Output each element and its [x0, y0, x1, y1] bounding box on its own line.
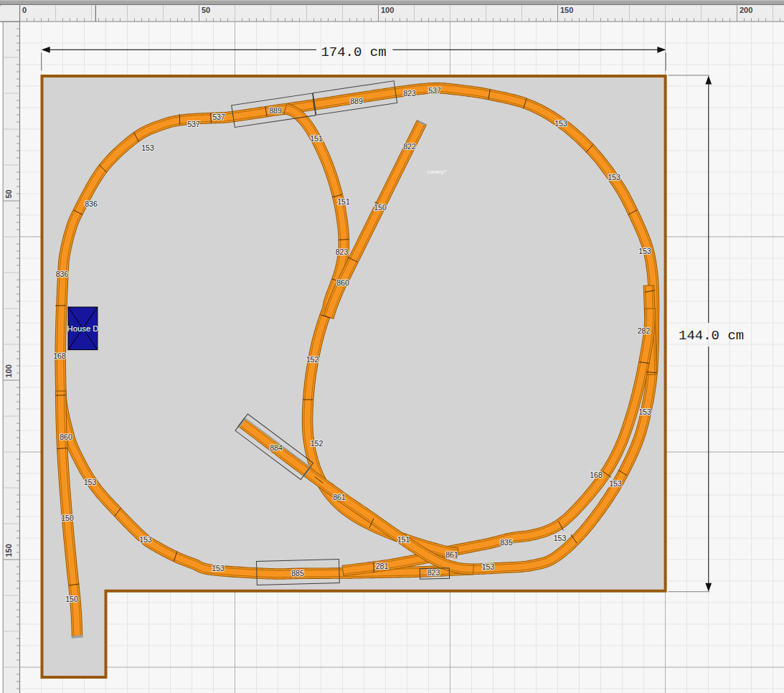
- svg-text:153: 153: [554, 534, 567, 542]
- svg-text:150: 150: [560, 6, 573, 14]
- svg-text:200: 200: [740, 6, 752, 14]
- svg-text:822: 822: [403, 142, 416, 151]
- svg-text:150: 150: [374, 203, 387, 212]
- svg-text:153: 153: [139, 535, 152, 544]
- svg-text:151: 151: [337, 197, 350, 206]
- svg-text:153: 153: [608, 173, 620, 182]
- svg-text:150: 150: [4, 544, 13, 557]
- svg-text:835: 835: [500, 538, 513, 547]
- svg-text:50: 50: [4, 189, 13, 198]
- svg-text:537: 537: [212, 113, 225, 121]
- svg-text:836: 836: [56, 270, 69, 278]
- svg-text:537: 537: [428, 86, 441, 95]
- svg-text:860: 860: [60, 433, 72, 441]
- svg-text:889: 889: [350, 97, 363, 105]
- svg-text:153: 153: [609, 479, 622, 488]
- svg-text:282: 282: [638, 326, 651, 335]
- svg-text:153: 153: [141, 143, 154, 152]
- svg-text:153: 153: [554, 119, 567, 128]
- svg-text:174.0 cm: 174.0 cm: [321, 44, 386, 60]
- svg-text:152: 152: [306, 355, 319, 364]
- svg-text:caneryT: caneryT: [428, 169, 448, 175]
- svg-text:823: 823: [336, 248, 349, 256]
- svg-text:861: 861: [445, 550, 458, 559]
- svg-text:151: 151: [397, 535, 410, 544]
- svg-text:885: 885: [291, 569, 304, 578]
- svg-text:50: 50: [202, 6, 210, 14]
- svg-text:100: 100: [4, 364, 13, 377]
- svg-text:153: 153: [212, 564, 225, 572]
- svg-text:153: 153: [638, 247, 651, 255]
- svg-text:144.0 cm: 144.0 cm: [679, 328, 744, 344]
- svg-text:168: 168: [590, 471, 603, 479]
- svg-text:150: 150: [61, 514, 74, 522]
- svg-text:153: 153: [482, 562, 495, 571]
- svg-text:836: 836: [85, 199, 98, 208]
- svg-text:151: 151: [310, 134, 323, 143]
- svg-text:823: 823: [428, 568, 440, 577]
- svg-text:861: 861: [333, 493, 346, 501]
- svg-text:889: 889: [269, 106, 282, 115]
- svg-text:100: 100: [381, 6, 394, 14]
- svg-text:House D: House D: [67, 324, 99, 333]
- svg-text:281: 281: [376, 562, 389, 570]
- svg-text:823: 823: [403, 89, 416, 98]
- svg-text:168: 168: [53, 352, 66, 360]
- svg-text:884: 884: [270, 443, 283, 452]
- svg-text:537: 537: [187, 120, 200, 128]
- svg-text:0: 0: [22, 6, 27, 14]
- svg-text:153: 153: [638, 407, 651, 416]
- svg-text:150: 150: [65, 595, 78, 603]
- svg-text:152: 152: [311, 439, 323, 448]
- svg-text:860: 860: [336, 278, 349, 287]
- svg-text:153: 153: [84, 478, 97, 486]
